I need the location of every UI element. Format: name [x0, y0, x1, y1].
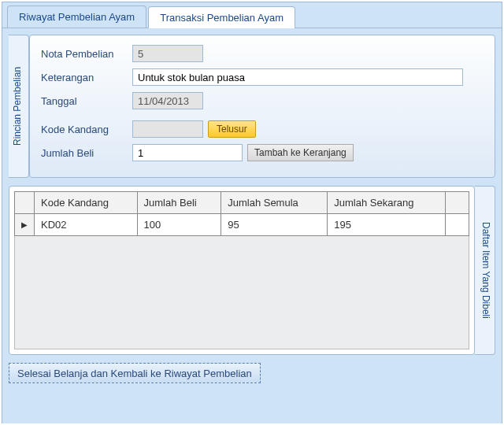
label-tanggal: Tanggal — [41, 95, 128, 107]
sidetab-rincian[interactable]: Rincian Pembelian — [9, 35, 29, 178]
rincian-body: Nota Pembelian Keterangan Tanggal Kode K… — [29, 35, 495, 178]
col-jumlah-sekarang: Jumlah Sekarang — [328, 192, 446, 214]
col-kode-kandang: Kode Kandang — [35, 192, 138, 214]
cell-kode-kandang: KD02 — [35, 214, 138, 236]
grid-empty-area — [14, 236, 469, 349]
input-keterangan[interactable] — [132, 68, 463, 86]
input-kode-kandang — [132, 120, 203, 138]
col-jumlah-semula: Jumlah Semula — [221, 192, 328, 214]
daftar-body: Kode Kandang Jumlah Beli Jumlah Semula J… — [9, 186, 475, 355]
telusur-button[interactable]: Telusur — [208, 120, 256, 138]
tab-transaction[interactable]: Transaksi Pembelian Ayam — [148, 6, 295, 28]
input-tanggal — [132, 92, 203, 109]
cell-spacer — [446, 214, 469, 236]
finish-button[interactable]: Selesai Belanja dan Kembali ke Riwayat P… — [9, 363, 261, 383]
input-nota — [132, 45, 203, 62]
col-jumlah-beli: Jumlah Beli — [137, 192, 221, 214]
tab-history[interactable]: Riwayat Pembelian Ayam — [7, 6, 146, 28]
label-jumlah-beli: Jumlah Beli — [41, 147, 128, 159]
cell-jumlah-beli: 100 — [137, 214, 221, 236]
panel-daftar: Kode Kandang Jumlah Beli Jumlah Semula J… — [9, 186, 495, 355]
sidetab-daftar[interactable]: Daftar Item Yang Dibeli — [475, 186, 495, 355]
panel-rincian: Rincian Pembelian Nota Pembelian Keteran… — [9, 35, 495, 178]
tab-bar: Riwayat Pembelian Ayam Transaksi Pembeli… — [2, 2, 502, 28]
label-nota: Nota Pembelian — [41, 48, 128, 60]
items-table[interactable]: Kode Kandang Jumlah Beli Jumlah Semula J… — [14, 191, 469, 236]
content-area: Rincian Pembelian Nota Pembelian Keteran… — [2, 28, 502, 423]
col-spacer — [446, 192, 469, 214]
input-jumlah-beli[interactable] — [132, 144, 243, 161]
table-row[interactable]: ▶ KD02 100 95 195 — [15, 214, 469, 236]
cell-jumlah-sekarang: 195 — [328, 214, 446, 236]
app-window: Riwayat Pembelian Ayam Transaksi Pembeli… — [2, 2, 502, 423]
label-keterangan: Keterangan — [41, 72, 128, 83]
col-rowhead — [15, 192, 35, 214]
cell-jumlah-semula: 95 — [221, 214, 328, 236]
tambah-keranjang-button[interactable]: Tambah ke Keranjang — [247, 144, 354, 161]
row-indicator-icon: ▶ — [15, 214, 35, 236]
label-kode-kandang: Kode Kandang — [41, 124, 128, 135]
